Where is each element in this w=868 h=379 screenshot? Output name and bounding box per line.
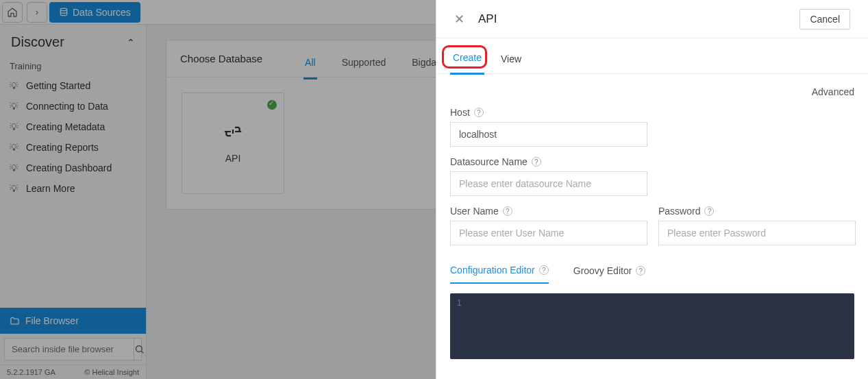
bulb-icon: 💡︎ <box>10 122 22 132</box>
password-input[interactable] <box>658 221 856 245</box>
sidebar-footer: 5.2.2.1917 GA © Helical Insight <box>0 365 146 379</box>
sidebar-item-getting-started[interactable]: 💡︎Getting Started <box>0 75 146 96</box>
svg-point-0 <box>60 8 66 10</box>
tab-config-editor[interactable]: Configuration Editor ? <box>450 265 549 284</box>
editor-tabs: Configuration Editor ? Groovy Editor ? <box>450 265 854 284</box>
folder-icon <box>10 316 20 326</box>
code-editor[interactable]: 1 <box>450 293 854 359</box>
tab-view[interactable]: View <box>498 53 524 74</box>
sidebar-item-dashboard[interactable]: 💡︎Creating Dashboard <box>0 158 146 178</box>
choose-database-label: Choose Database <box>180 53 262 64</box>
sidebar-item-connecting[interactable]: 💡︎Connecting to Data <box>0 96 146 117</box>
host-input[interactable] <box>450 122 647 147</box>
chevron-up-icon: ⌃ <box>127 37 135 48</box>
sidebar-item-learnmore[interactable]: 💡︎Learn More <box>0 178 146 199</box>
advanced-link[interactable]: Advanced <box>812 86 854 97</box>
host-label: Host ? <box>450 107 854 118</box>
close-icon[interactable]: ✕ <box>454 12 464 27</box>
help-icon[interactable]: ? <box>474 108 484 117</box>
chevron-right-icon[interactable]: › <box>27 2 47 23</box>
svg-point-1 <box>136 346 142 352</box>
sidebar-header[interactable]: Discover ⌃ <box>0 25 146 57</box>
help-icon[interactable]: ? <box>704 206 714 216</box>
sidebar-item-metadata[interactable]: 💡︎Creating Metadata <box>0 117 146 137</box>
sidebar-section-label: Training <box>0 57 146 73</box>
database-tile-label: API <box>225 153 241 164</box>
help-icon[interactable]: ? <box>503 206 512 216</box>
file-browser-button[interactable]: File Browser <box>0 308 146 334</box>
sidebar-search <box>4 338 142 360</box>
version-label: 5.2.2.1917 GA <box>7 368 55 376</box>
panel-header: ✕ API Cancel <box>436 0 868 38</box>
breadcrumb-label: Data Sources <box>73 7 131 18</box>
bulb-icon: 💡︎ <box>10 143 22 153</box>
tab-supported[interactable]: Supported <box>340 57 388 80</box>
tab-all[interactable]: All <box>303 57 317 80</box>
plug-icon <box>221 119 246 145</box>
line-number: 1 <box>457 298 462 308</box>
sidebar-item-label: Creating Dashboard <box>26 162 112 173</box>
file-browser-label: File Browser <box>25 315 79 326</box>
db-category-tabs: All Supported Bigdata <box>303 47 446 70</box>
api-panel: ✕ API Cancel Create View Advanced Host ?… <box>436 0 868 379</box>
bulb-icon: 💡︎ <box>10 184 22 194</box>
home-icon[interactable] <box>2 2 23 23</box>
panel-title: API <box>478 12 799 26</box>
tab-groovy-editor[interactable]: Groovy Editor ? <box>573 265 646 284</box>
help-icon[interactable]: ? <box>539 265 549 275</box>
bulb-icon: 💡︎ <box>10 163 22 173</box>
help-icon[interactable]: ? <box>636 266 645 276</box>
copyright-label: © Helical Insight <box>84 368 139 376</box>
bulb-icon: 💡︎ <box>10 81 22 91</box>
sidebar-search-input[interactable] <box>5 339 134 360</box>
sidebar-item-reports[interactable]: 💡︎Creating Reports <box>0 137 146 158</box>
help-icon[interactable]: ? <box>532 157 541 167</box>
datasource-name-label: Datasource Name ? <box>450 156 854 167</box>
check-icon <box>267 100 277 110</box>
breadcrumb-current[interactable]: Data Sources <box>49 2 140 23</box>
database-tile-api[interactable]: API <box>182 93 284 194</box>
sidebar-item-label: Connecting to Data <box>26 101 108 112</box>
sidebar: Discover ⌃ Training 💡︎Getting Started 💡︎… <box>0 25 147 379</box>
sidebar-title: Discover <box>11 34 64 50</box>
datasource-icon <box>59 8 69 17</box>
cancel-button[interactable]: Cancel <box>799 9 850 29</box>
panel-tabs: Create View <box>436 38 868 74</box>
password-label: Password ? <box>658 206 856 217</box>
sidebar-item-label: Creating Metadata <box>26 121 105 132</box>
bulb-icon: 💡︎ <box>10 101 22 112</box>
sidebar-item-label: Getting Started <box>26 80 90 91</box>
username-input[interactable] <box>450 221 647 245</box>
sidebar-item-label: Creating Reports <box>26 142 99 153</box>
username-label: User Name ? <box>450 206 647 217</box>
sidebar-item-label: Learn More <box>26 183 75 194</box>
datasource-name-input[interactable] <box>450 171 647 196</box>
search-icon[interactable] <box>134 339 145 360</box>
tab-create[interactable]: Create <box>450 52 484 75</box>
